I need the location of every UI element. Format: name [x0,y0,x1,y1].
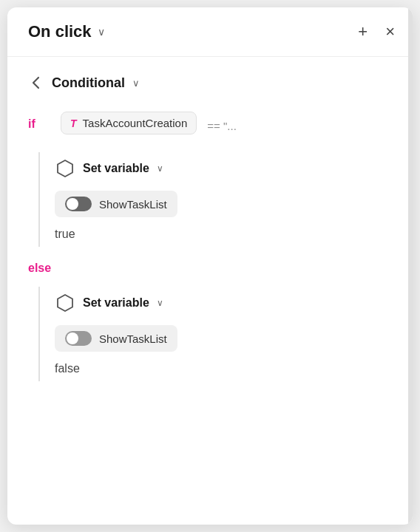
vertical-line [38,152,40,247]
set-variable-icon [55,158,75,179]
panel-content: Conditional ∨ if T TaskAccountCreation =… [7,57,413,525]
if-toggle-label: ShowTaskList [99,198,167,211]
if-condition-row: T TaskAccountCreation == "... [61,112,237,134]
conditional-label: Conditional [52,75,125,91]
if-section: if T TaskAccountCreation == "... [28,112,398,134]
if-set-variable-label: Set variable [83,162,149,175]
conditional-chevron-icon[interactable]: ∨ [132,78,140,89]
else-toggle-switch[interactable] [65,331,92,346]
else-set-variable-label: Set variable [83,296,149,310]
else-set-variable-icon [55,293,75,313]
header-actions: + × [355,21,398,43]
condition-operator: == "... [207,114,237,132]
else-keyword: else [28,262,398,275]
if-keyword: if [28,112,49,131]
svg-marker-1 [58,295,72,311]
else-section: else Set variable ∨ [28,262,398,381]
if-set-variable-header: Set variable ∨ [55,158,398,179]
else-toggle-knob [67,332,78,344]
if-toggle-pill[interactable]: ShowTaskList [55,191,177,217]
if-set-variable-chevron-icon[interactable]: ∨ [157,163,163,174]
else-block-content: Set variable ∨ ShowTaskList false [55,287,398,381]
else-set-variable-header: Set variable ∨ [55,293,398,313]
if-toggle-knob [67,198,78,210]
close-button[interactable]: × [382,21,398,43]
if-value-text: true [55,228,398,241]
condition-variable: TaskAccountCreation [83,117,188,129]
else-toggle-pill[interactable]: ShowTaskList [55,325,177,352]
conditional-header: Conditional ∨ [28,75,398,91]
else-vertical-line [38,287,40,381]
type-icon: T [70,117,77,129]
header-left: On click ∨ [28,22,105,41]
main-panel: On click ∨ + × Conditional ∨ if T [7,7,413,525]
else-toggle-label: ShowTaskList [99,332,167,345]
conditional-icon [28,75,44,91]
if-toggle-switch[interactable] [65,197,92,211]
add-button[interactable]: + [355,21,370,43]
else-value-text: false [55,362,398,375]
title-chevron-icon[interactable]: ∨ [98,26,105,38]
panel-title: On click [28,22,92,41]
if-block-content: Set variable ∨ ShowTaskList true [55,152,398,247]
svg-marker-0 [58,160,72,177]
else-block-container: Set variable ∨ ShowTaskList false [28,287,398,381]
else-set-variable-chevron-icon[interactable]: ∨ [157,298,163,308]
panel-header: On click ∨ + × [7,7,413,57]
condition-pill[interactable]: T TaskAccountCreation [61,112,197,134]
if-block-container: Set variable ∨ ShowTaskList true [28,152,398,247]
